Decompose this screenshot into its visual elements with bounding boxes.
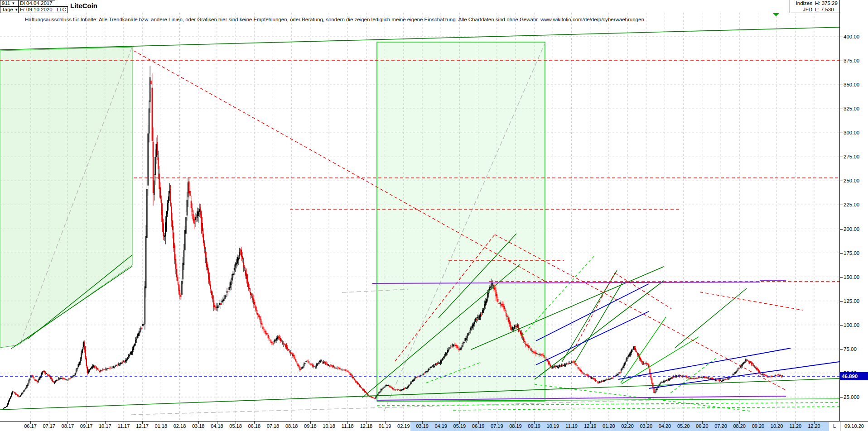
x-axis-tick [87,421,87,424]
x-axis-tick [236,421,236,424]
y-axis-tick [840,109,843,109]
x-axis-tick [105,421,106,424]
x-axis-tick [180,421,180,424]
x-axis-tick [516,421,516,424]
blue-channel-2020-lower [536,311,649,365]
last-bar-label: L [833,423,836,429]
y-axis-tick [840,397,843,397]
high-value: H: 375.29 [815,0,838,6]
disclaimer-text: Haftungsausschluss für Inhalte: Alle Tre… [25,17,614,22]
y-axis-tick [840,349,843,350]
date-from-value: Di 04.04.2017 [20,0,53,6]
y-axis-label: 125.00 [844,298,859,304]
x-axis-tick [553,421,553,424]
x-axis-tick [777,421,777,424]
price-chart-canvas[interactable] [0,0,839,421]
divider [813,0,813,13]
y-axis[interactable]: 400.00375.00350.00325.00300.00275.00250.… [839,0,868,421]
chart-title: LiteCoin [70,2,97,10]
x-axis-tick [758,421,758,424]
x-axis-tick [404,421,404,424]
x-axis-tick [329,421,329,424]
x-axis-tick [609,421,609,424]
x-axis-tick [572,421,572,424]
x-axis-tick [739,421,740,424]
x-axis-tick [49,421,49,424]
timeframe-dropdown[interactable]: Tage ▼ [0,6,19,13]
x-axis-tick [385,421,386,424]
feb2020-fan-b [574,282,623,363]
timeframe-value: Tage [2,7,13,12]
x-axis-tick [366,421,366,424]
y-axis-label: 250.00 [844,178,859,183]
x-axis-tick [142,421,143,424]
symbol-cell: LTC [55,6,68,13]
y-axis-label: 150.00 [844,274,859,280]
blue-riser-late-b [649,362,839,388]
y-axis-label: 300.00 [844,130,859,135]
x-axis-tick [347,421,348,424]
x-axis-tick [627,421,628,424]
y-axis-tick [840,325,843,326]
x-axis-tick [478,421,479,424]
y-axis-label: 225.00 [844,202,859,207]
x-axis-tick [161,421,161,424]
date-to-value: Fr 09.10.2020 [20,7,53,12]
x-axis[interactable]: L 09.10.20 06.1707.1708.1709.1710.1711.1… [0,421,868,431]
low-value: L: 7.530 [815,6,834,13]
y-axis-tick [840,157,843,157]
y-axis-label: 275.00 [844,154,859,159]
x-axis-tick [30,421,31,424]
x-axis-tick [217,421,217,424]
bars-count-dropdown[interactable]: 911 ▼ [0,0,19,7]
x-axis-tick [292,421,292,424]
exchange-label: Indizes [790,0,812,6]
y-axis-tick [840,61,843,61]
x-axis-tick [534,421,535,424]
tai-pan-chart-window: 911 ▼ Di 04.04.2017 Tage ▼ Fr 09.10.2020… [0,0,868,431]
aug2020-riser [675,288,747,348]
y-axis-label: 325.00 [844,106,859,111]
x-axis-tick [665,421,665,424]
symbol-value: LTC [57,7,66,12]
x-axis-tick [124,421,124,424]
overlay-under [0,42,693,415]
bars-count-value: 911 [2,0,10,6]
wedge-2020-upper [535,281,664,379]
x-axis-tick [441,421,441,424]
last-date-box: 09.10.20 [840,421,868,431]
y-axis-label: 75.00 [844,346,857,352]
x-axis-tick [814,421,815,424]
y-axis-label: 25.000 [844,394,859,400]
provider-label: JFD [790,6,812,13]
x-axis-tick [68,421,68,424]
x-axis-tick [254,421,255,424]
date-from-field[interactable]: Di 04.04.2017 [18,0,55,7]
x-axis-tick [273,421,273,424]
x-axis-tick [459,421,460,424]
chevron-down-icon: ▼ [12,1,15,5]
x-axis-tick [684,421,684,424]
y-axis-label: 350.00 [844,82,859,87]
y-axis-tick [840,37,843,37]
y-axis-label: 400.00 [844,34,859,39]
y-axis-tick [840,85,843,85]
y-axis-tick [840,181,843,181]
y-axis-tick [840,229,843,230]
x-axis-tick [796,421,796,424]
left-trend-channel-fill [0,47,132,348]
y-axis-tick [840,133,843,133]
current-price-badge: 46.890 [839,372,868,380]
marker-triangle-icon [773,13,779,16]
x-axis-tick [422,421,423,424]
y-axis-label: 375.00 [844,58,859,63]
red-feb2020-fall [615,273,671,309]
x-axis-tick [646,421,646,424]
y-axis-label: 100.00 [844,322,859,328]
date-to-field[interactable]: Fr 09.10.2020 [18,6,55,13]
y-axis-tick [840,205,843,205]
chevron-down-icon: ▼ [14,8,18,12]
y-axis-label: 175.00 [844,250,859,256]
y-axis-tick [840,253,843,254]
x-axis-tick [310,421,311,424]
